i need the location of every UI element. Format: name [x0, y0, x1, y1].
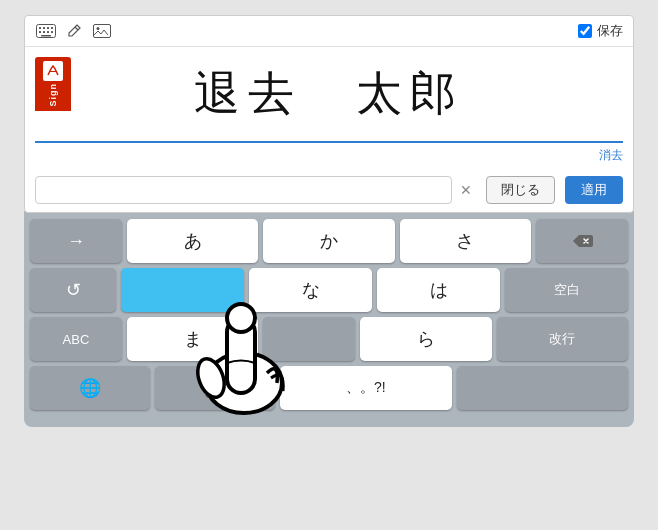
sig-badge-icon — [43, 61, 63, 81]
sig-badge: Sign — [35, 57, 71, 111]
key-a[interactable]: あ — [127, 219, 258, 263]
key-delete[interactable] — [536, 219, 628, 263]
toolbar: 保存 — [25, 16, 633, 47]
key-ha[interactable]: は — [377, 268, 500, 312]
name-area: Sign 退去 太郎 — [25, 47, 633, 141]
key-punctuation[interactable]: 、。?! — [280, 366, 451, 410]
input-row: ✕ 閉じる 適用 — [25, 168, 633, 212]
clear-button[interactable]: 消去 — [599, 147, 623, 164]
close-x-button[interactable]: ✕ — [456, 180, 476, 200]
top-panel: 保存 Sign 退去 太郎 消去 — [24, 15, 634, 213]
svg-rect-7 — [47, 31, 49, 33]
key-na[interactable]: な — [249, 268, 372, 312]
svg-rect-6 — [43, 31, 45, 33]
svg-rect-2 — [43, 27, 45, 29]
key-globe[interactable]: 🌐 — [30, 366, 150, 410]
apply-button[interactable]: 適用 — [565, 176, 623, 204]
save-area: 保存 — [578, 22, 623, 40]
name-display: 退去 太郎 — [194, 63, 464, 125]
clear-area: 消去 — [25, 143, 633, 168]
svg-rect-4 — [51, 27, 53, 29]
image-icon[interactable] — [91, 23, 113, 39]
save-label: 保存 — [597, 22, 623, 40]
key-ra[interactable]: ら — [360, 317, 491, 361]
svg-rect-3 — [47, 27, 49, 29]
keyboard-icon[interactable] — [35, 23, 57, 39]
kb-row-1: → あ か さ — [30, 219, 628, 263]
svg-rect-9 — [41, 35, 51, 37]
svg-rect-8 — [51, 31, 53, 33]
key-sa[interactable]: さ — [400, 219, 531, 263]
key-abc[interactable]: ABC — [30, 317, 122, 361]
sig-badge-text: Sign — [48, 83, 58, 107]
key-mic[interactable]: 🎤 — [155, 366, 275, 410]
key-ka[interactable]: か — [263, 219, 394, 263]
kb-row-3: ABC ま ら 改行 — [30, 317, 628, 361]
close-jp-button[interactable]: 閉じる — [486, 176, 555, 204]
key-ma[interactable]: ま — [127, 317, 258, 361]
toolbar-icons — [35, 23, 570, 39]
save-checkbox[interactable] — [578, 24, 592, 38]
kb-row-4: 🌐 🎤 、。?! — [30, 366, 628, 410]
keyboard-container: → あ か さ ↺ な は 空白 ABC ま ら 改行 — [24, 211, 634, 427]
main-container: 保存 Sign 退去 太郎 消去 — [24, 15, 634, 515]
key-arrow[interactable]: → — [30, 219, 122, 263]
svg-rect-5 — [39, 31, 41, 33]
key-empty-2 — [457, 366, 628, 410]
svg-point-11 — [97, 27, 100, 30]
svg-rect-10 — [94, 25, 111, 38]
text-input[interactable] — [35, 176, 452, 204]
key-space[interactable]: 空白 — [505, 268, 628, 312]
kb-row-2: ↺ な は 空白 — [30, 268, 628, 312]
key-undo[interactable]: ↺ — [30, 268, 116, 312]
key-empty — [263, 317, 355, 361]
key-i[interactable] — [121, 268, 244, 312]
svg-rect-1 — [39, 27, 41, 29]
key-newline[interactable]: 改行 — [497, 317, 628, 361]
pen-icon[interactable] — [63, 23, 85, 39]
